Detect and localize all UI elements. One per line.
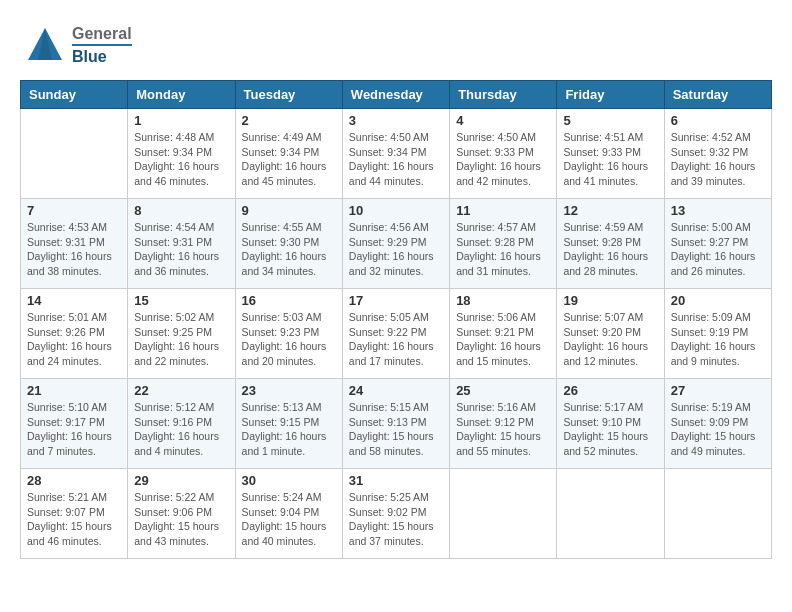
day-number: 11 (456, 203, 550, 218)
calendar-cell: 7Sunrise: 4:53 AM Sunset: 9:31 PM Daylig… (21, 199, 128, 289)
calendar-cell: 11Sunrise: 4:57 AM Sunset: 9:28 PM Dayli… (450, 199, 557, 289)
calendar-cell: 30Sunrise: 5:24 AM Sunset: 9:04 PM Dayli… (235, 469, 342, 559)
calendar-cell (664, 469, 771, 559)
week-row-1: 1Sunrise: 4:48 AM Sunset: 9:34 PM Daylig… (21, 109, 772, 199)
calendar-cell: 1Sunrise: 4:48 AM Sunset: 9:34 PM Daylig… (128, 109, 235, 199)
calendar-header: SundayMondayTuesdayWednesdayThursdayFrid… (21, 81, 772, 109)
day-number: 9 (242, 203, 336, 218)
day-info: Sunrise: 4:59 AM Sunset: 9:28 PM Dayligh… (563, 220, 657, 279)
day-info: Sunrise: 5:06 AM Sunset: 9:21 PM Dayligh… (456, 310, 550, 369)
calendar-cell: 2Sunrise: 4:49 AM Sunset: 9:34 PM Daylig… (235, 109, 342, 199)
day-number: 5 (563, 113, 657, 128)
calendar-cell: 23Sunrise: 5:13 AM Sunset: 9:15 PM Dayli… (235, 379, 342, 469)
calendar-cell: 25Sunrise: 5:16 AM Sunset: 9:12 PM Dayli… (450, 379, 557, 469)
day-number: 8 (134, 203, 228, 218)
day-number: 29 (134, 473, 228, 488)
calendar-cell: 21Sunrise: 5:10 AM Sunset: 9:17 PM Dayli… (21, 379, 128, 469)
day-info: Sunrise: 5:13 AM Sunset: 9:15 PM Dayligh… (242, 400, 336, 459)
calendar-cell: 19Sunrise: 5:07 AM Sunset: 9:20 PM Dayli… (557, 289, 664, 379)
day-info: Sunrise: 4:53 AM Sunset: 9:31 PM Dayligh… (27, 220, 121, 279)
day-info: Sunrise: 5:21 AM Sunset: 9:07 PM Dayligh… (27, 490, 121, 549)
calendar-cell (557, 469, 664, 559)
calendar-cell: 29Sunrise: 5:22 AM Sunset: 9:06 PM Dayli… (128, 469, 235, 559)
calendar-cell (450, 469, 557, 559)
day-info: Sunrise: 4:54 AM Sunset: 9:31 PM Dayligh… (134, 220, 228, 279)
calendar-cell: 18Sunrise: 5:06 AM Sunset: 9:21 PM Dayli… (450, 289, 557, 379)
week-row-5: 28Sunrise: 5:21 AM Sunset: 9:07 PM Dayli… (21, 469, 772, 559)
day-info: Sunrise: 5:16 AM Sunset: 9:12 PM Dayligh… (456, 400, 550, 459)
day-number: 10 (349, 203, 443, 218)
calendar-cell: 28Sunrise: 5:21 AM Sunset: 9:07 PM Dayli… (21, 469, 128, 559)
weekday-header-thursday: Thursday (450, 81, 557, 109)
day-info: Sunrise: 5:17 AM Sunset: 9:10 PM Dayligh… (563, 400, 657, 459)
week-row-2: 7Sunrise: 4:53 AM Sunset: 9:31 PM Daylig… (21, 199, 772, 289)
weekday-row: SundayMondayTuesdayWednesdayThursdayFrid… (21, 81, 772, 109)
day-number: 12 (563, 203, 657, 218)
day-number: 28 (27, 473, 121, 488)
weekday-header-friday: Friday (557, 81, 664, 109)
day-info: Sunrise: 5:05 AM Sunset: 9:22 PM Dayligh… (349, 310, 443, 369)
day-number: 13 (671, 203, 765, 218)
day-info: Sunrise: 5:00 AM Sunset: 9:27 PM Dayligh… (671, 220, 765, 279)
day-number: 25 (456, 383, 550, 398)
day-info: Sunrise: 4:50 AM Sunset: 9:34 PM Dayligh… (349, 130, 443, 189)
day-number: 27 (671, 383, 765, 398)
day-number: 1 (134, 113, 228, 128)
day-info: Sunrise: 4:57 AM Sunset: 9:28 PM Dayligh… (456, 220, 550, 279)
day-info: Sunrise: 4:55 AM Sunset: 9:30 PM Dayligh… (242, 220, 336, 279)
day-info: Sunrise: 5:02 AM Sunset: 9:25 PM Dayligh… (134, 310, 228, 369)
weekday-header-sunday: Sunday (21, 81, 128, 109)
logo-text-general: General (72, 24, 132, 43)
weekday-header-wednesday: Wednesday (342, 81, 449, 109)
day-info: Sunrise: 5:19 AM Sunset: 9:09 PM Dayligh… (671, 400, 765, 459)
calendar-cell: 4Sunrise: 4:50 AM Sunset: 9:33 PM Daylig… (450, 109, 557, 199)
day-number: 21 (27, 383, 121, 398)
weekday-header-monday: Monday (128, 81, 235, 109)
calendar-cell: 24Sunrise: 5:15 AM Sunset: 9:13 PM Dayli… (342, 379, 449, 469)
calendar-cell: 6Sunrise: 4:52 AM Sunset: 9:32 PM Daylig… (664, 109, 771, 199)
calendar-body: 1Sunrise: 4:48 AM Sunset: 9:34 PM Daylig… (21, 109, 772, 559)
calendar-cell: 14Sunrise: 5:01 AM Sunset: 9:26 PM Dayli… (21, 289, 128, 379)
calendar-cell: 3Sunrise: 4:50 AM Sunset: 9:34 PM Daylig… (342, 109, 449, 199)
day-number: 20 (671, 293, 765, 308)
day-number: 3 (349, 113, 443, 128)
logo-text-blue: Blue (72, 44, 132, 66)
week-row-3: 14Sunrise: 5:01 AM Sunset: 9:26 PM Dayli… (21, 289, 772, 379)
day-number: 2 (242, 113, 336, 128)
day-info: Sunrise: 5:24 AM Sunset: 9:04 PM Dayligh… (242, 490, 336, 549)
calendar-cell: 22Sunrise: 5:12 AM Sunset: 9:16 PM Dayli… (128, 379, 235, 469)
day-number: 17 (349, 293, 443, 308)
day-number: 6 (671, 113, 765, 128)
day-number: 23 (242, 383, 336, 398)
logo-icon (20, 20, 70, 70)
day-info: Sunrise: 5:12 AM Sunset: 9:16 PM Dayligh… (134, 400, 228, 459)
day-info: Sunrise: 5:03 AM Sunset: 9:23 PM Dayligh… (242, 310, 336, 369)
logo: General Blue (20, 20, 132, 70)
day-info: Sunrise: 4:56 AM Sunset: 9:29 PM Dayligh… (349, 220, 443, 279)
day-info: Sunrise: 5:07 AM Sunset: 9:20 PM Dayligh… (563, 310, 657, 369)
day-number: 15 (134, 293, 228, 308)
day-number: 24 (349, 383, 443, 398)
calendar-cell: 12Sunrise: 4:59 AM Sunset: 9:28 PM Dayli… (557, 199, 664, 289)
day-number: 19 (563, 293, 657, 308)
calendar-cell: 31Sunrise: 5:25 AM Sunset: 9:02 PM Dayli… (342, 469, 449, 559)
weekday-header-saturday: Saturday (664, 81, 771, 109)
calendar-table: SundayMondayTuesdayWednesdayThursdayFrid… (20, 80, 772, 559)
calendar-cell (21, 109, 128, 199)
day-number: 14 (27, 293, 121, 308)
calendar-cell: 9Sunrise: 4:55 AM Sunset: 9:30 PM Daylig… (235, 199, 342, 289)
calendar-cell: 27Sunrise: 5:19 AM Sunset: 9:09 PM Dayli… (664, 379, 771, 469)
calendar-cell: 15Sunrise: 5:02 AM Sunset: 9:25 PM Dayli… (128, 289, 235, 379)
calendar-cell: 10Sunrise: 4:56 AM Sunset: 9:29 PM Dayli… (342, 199, 449, 289)
day-number: 22 (134, 383, 228, 398)
day-number: 4 (456, 113, 550, 128)
calendar-cell: 16Sunrise: 5:03 AM Sunset: 9:23 PM Dayli… (235, 289, 342, 379)
day-info: Sunrise: 4:52 AM Sunset: 9:32 PM Dayligh… (671, 130, 765, 189)
day-info: Sunrise: 5:01 AM Sunset: 9:26 PM Dayligh… (27, 310, 121, 369)
day-number: 16 (242, 293, 336, 308)
calendar-cell: 5Sunrise: 4:51 AM Sunset: 9:33 PM Daylig… (557, 109, 664, 199)
day-number: 26 (563, 383, 657, 398)
day-info: Sunrise: 4:49 AM Sunset: 9:34 PM Dayligh… (242, 130, 336, 189)
day-info: Sunrise: 5:15 AM Sunset: 9:13 PM Dayligh… (349, 400, 443, 459)
calendar-cell: 13Sunrise: 5:00 AM Sunset: 9:27 PM Dayli… (664, 199, 771, 289)
